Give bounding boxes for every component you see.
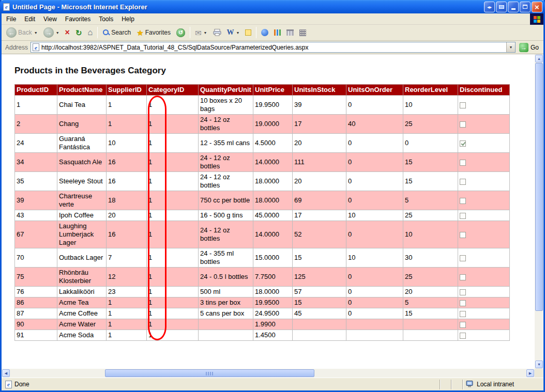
table-cell: 25: [403, 268, 458, 287]
table-cell: 1: [147, 210, 199, 221]
table-cell: 1: [147, 191, 199, 210]
table-cell: 45.0000: [253, 210, 293, 221]
quick-launch-button[interactable]: [297, 28, 309, 38]
menu-help[interactable]: Help: [117, 14, 139, 24]
address-bar: Address e http://localhost:3982/ASPNET_D…: [2, 41, 543, 54]
scroll-up-button[interactable]: ▲: [535, 55, 543, 62]
table-row: 1Chai Tea1110 boxes x 20 bags19.95003901…: [15, 96, 510, 115]
grid-header-row: ProductIDProductNameSupplierIDCategoryID…: [15, 85, 510, 96]
table-cell: 52: [293, 221, 346, 248]
titlebar-screen-button[interactable]: [496, 2, 507, 12]
table-cell: 91: [15, 330, 57, 341]
table-cell: 16 - 500 g tins: [199, 210, 253, 221]
forward-button[interactable]: → ▼: [41, 26, 62, 39]
messenger-button[interactable]: [259, 27, 271, 38]
arrows-icon: ◀▶: [487, 5, 492, 9]
table-cell: [293, 319, 346, 330]
table-cell: 0: [346, 268, 403, 287]
column-header: ProductName: [57, 85, 107, 96]
table-cell: Sasquatch Ale: [57, 153, 107, 172]
table-cell: 1: [147, 221, 199, 248]
search-button[interactable]: Search: [100, 27, 133, 38]
vertical-scroll-thumb[interactable]: [535, 63, 543, 311]
mail-dropdown-icon: ▼: [204, 31, 207, 35]
table-cell: Guaraná Fantástica: [57, 134, 107, 153]
table-cell: Rhönbräu Klosterbier: [57, 268, 107, 287]
home-button[interactable]: ⌂: [85, 27, 95, 38]
go-label: Go: [531, 44, 539, 51]
edit-button[interactable]: W ▼: [224, 27, 243, 38]
table-cell: 10: [403, 221, 458, 248]
table-cell: 4.5000: [253, 134, 293, 153]
table-cell-discontinued: [458, 268, 510, 287]
table-cell: 3 tins per box: [199, 297, 253, 308]
address-dropdown-button[interactable]: ▼: [506, 42, 515, 52]
address-input[interactable]: e http://localhost:3982/ASPNET_Data_Tuto…: [31, 42, 516, 53]
titlebar-arrows-button[interactable]: ◀▶: [484, 2, 495, 12]
minimize-button[interactable]: [508, 2, 519, 12]
table-cell: Acme Soda: [57, 330, 107, 341]
maximize-button[interactable]: [520, 2, 531, 12]
favorites-button[interactable]: ★ Favorites: [134, 27, 173, 38]
table-cell: 1: [147, 330, 199, 341]
vertical-scrollbar[interactable]: ▲ ▼: [535, 54, 543, 369]
table-cell: 750 cc per bottle: [199, 191, 253, 210]
media-icon: [274, 29, 281, 36]
scroll-down-button[interactable]: ▼: [535, 360, 543, 368]
table-cell: 16: [107, 153, 147, 172]
history-button[interactable]: ↺: [174, 27, 188, 39]
sites-button[interactable]: [284, 28, 296, 37]
horizontal-scrollbar[interactable]: ◀ ▶: [2, 369, 535, 378]
table-cell: 14.0000: [253, 221, 293, 248]
table-cell: 10: [107, 134, 147, 153]
table-cell: 1: [107, 308, 147, 319]
menu-view[interactable]: View: [39, 14, 61, 24]
column-header: ProductID: [15, 85, 57, 96]
refresh-button[interactable]: ↻: [73, 27, 85, 38]
titlebar[interactable]: e Untitled Page - Microsoft Internet Exp…: [0, 0, 545, 13]
discuss-button[interactable]: [243, 28, 254, 37]
table-cell: 1: [147, 172, 199, 191]
print-icon: [213, 29, 221, 36]
table-row: 91Acme Soda111.4500: [15, 330, 510, 341]
table-cell: 0: [403, 134, 458, 153]
table-cell-discontinued: [458, 115, 510, 134]
table-cell: 0: [346, 191, 403, 210]
print-button[interactable]: [210, 27, 224, 38]
menu-tools[interactable]: Tools: [95, 14, 117, 24]
table-cell: 0: [346, 287, 403, 297]
stop-button[interactable]: ×: [63, 27, 72, 38]
menu-file[interactable]: File: [2, 14, 20, 24]
scroll-right-button[interactable]: ▶: [526, 369, 534, 377]
menu-favorites[interactable]: Favorites: [61, 14, 95, 24]
table-cell: 18.0000: [253, 172, 293, 191]
sites-icon: [286, 29, 294, 36]
table-cell: 24: [15, 134, 57, 153]
table-cell: 24 - 12 oz bottles: [199, 172, 253, 191]
discontinued-checkbox: [460, 289, 466, 295]
mail-icon: ✉: [195, 29, 202, 37]
close-button[interactable]: ×: [532, 2, 542, 12]
scroll-left-button[interactable]: ◀: [2, 369, 10, 377]
table-cell: 10: [346, 210, 403, 221]
back-button[interactable]: ← Back ▼: [4, 26, 40, 39]
table-cell: 1: [107, 319, 147, 330]
horizontal-scroll-thumb[interactable]: [105, 369, 314, 377]
table-cell: 0: [346, 308, 403, 319]
table-cell: 7.7500: [253, 268, 293, 287]
minimize-icon: [511, 8, 516, 10]
table-cell: 23: [107, 287, 147, 297]
table-cell-discontinued: [458, 172, 510, 191]
mail-button[interactable]: ✉ ▼: [192, 27, 210, 38]
menu-edit[interactable]: Edit: [20, 14, 39, 24]
word-edit-icon: W: [227, 28, 234, 37]
table-cell: 15: [293, 297, 346, 308]
table-cell: 75: [15, 268, 57, 287]
go-button[interactable]: → Go: [518, 43, 542, 52]
table-cell: 5: [403, 297, 458, 308]
table-row: 2Chang1124 - 12 oz bottles19.0000174025: [15, 115, 510, 134]
column-header: QuantityPerUnit: [199, 85, 253, 96]
media-button[interactable]: [271, 28, 283, 37]
discontinued-checkbox: [460, 179, 466, 185]
url-text[interactable]: http://localhost:3982/ASPNET_Data_Tutori…: [41, 44, 504, 51]
